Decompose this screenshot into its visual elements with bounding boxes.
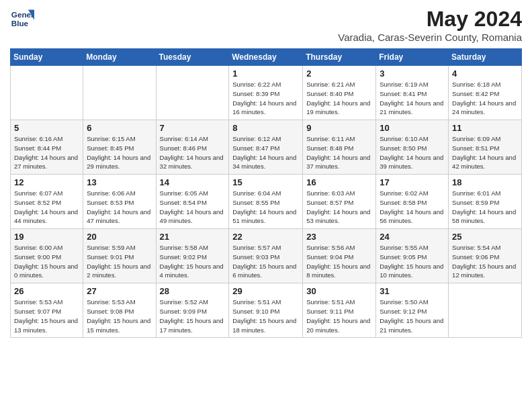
logo-icon: General Blue xyxy=(10,7,34,31)
day-number: 31 xyxy=(380,286,445,296)
day-cell: 5Sunrise: 6:16 AM Sunset: 8:44 PM Daylig… xyxy=(11,120,83,175)
day-number: 12 xyxy=(14,177,79,187)
week-row-4: 19Sunrise: 6:00 AM Sunset: 9:00 PM Dayli… xyxy=(11,229,522,283)
day-info: Sunrise: 6:05 AM Sunset: 8:54 PM Dayligh… xyxy=(160,189,226,226)
day-cell: 25Sunrise: 5:54 AM Sunset: 9:06 PM Dayli… xyxy=(449,229,522,283)
day-info: Sunrise: 6:00 AM Sunset: 9:00 PM Dayligh… xyxy=(14,243,79,280)
day-cell xyxy=(11,66,83,120)
day-number: 17 xyxy=(380,177,445,187)
day-cell: 8Sunrise: 6:12 AM Sunset: 8:47 PM Daylig… xyxy=(229,120,303,175)
day-info: Sunrise: 6:11 AM Sunset: 8:48 PM Dayligh… xyxy=(306,134,372,171)
day-number: 10 xyxy=(380,123,445,133)
day-info: Sunrise: 6:14 AM Sunset: 8:46 PM Dayligh… xyxy=(160,134,226,171)
day-info: Sunrise: 6:10 AM Sunset: 8:50 PM Dayligh… xyxy=(380,134,445,171)
weekday-header-friday: Friday xyxy=(376,49,449,66)
day-cell: 17Sunrise: 6:02 AM Sunset: 8:58 PM Dayli… xyxy=(376,175,449,229)
day-info: Sunrise: 5:50 AM Sunset: 9:12 PM Dayligh… xyxy=(380,298,445,334)
day-cell: 18Sunrise: 6:01 AM Sunset: 8:59 PM Dayli… xyxy=(449,175,522,229)
day-info: Sunrise: 6:21 AM Sunset: 8:40 PM Dayligh… xyxy=(306,80,372,117)
day-info: Sunrise: 6:16 AM Sunset: 8:44 PM Dayligh… xyxy=(14,134,79,171)
weekday-header-row: SundayMondayTuesdayWednesdayThursdayFrid… xyxy=(11,49,522,66)
sub-title: Varadia, Caras-Severin County, Romania xyxy=(338,32,522,43)
day-number: 20 xyxy=(87,232,152,242)
day-cell: 19Sunrise: 6:00 AM Sunset: 9:00 PM Dayli… xyxy=(11,229,83,283)
day-number: 19 xyxy=(14,232,79,242)
day-cell: 20Sunrise: 5:59 AM Sunset: 9:01 PM Dayli… xyxy=(83,229,156,283)
day-info: Sunrise: 5:56 AM Sunset: 9:04 PM Dayligh… xyxy=(306,243,372,280)
day-cell: 13Sunrise: 6:06 AM Sunset: 8:53 PM Dayli… xyxy=(83,175,156,229)
day-number: 16 xyxy=(306,177,372,187)
day-cell: 9Sunrise: 6:11 AM Sunset: 8:48 PM Daylig… xyxy=(303,120,376,175)
day-cell: 2Sunrise: 6:21 AM Sunset: 8:40 PM Daylig… xyxy=(303,66,376,120)
day-number: 30 xyxy=(306,286,372,296)
day-info: Sunrise: 5:55 AM Sunset: 9:05 PM Dayligh… xyxy=(380,243,445,280)
week-row-3: 12Sunrise: 6:07 AM Sunset: 8:52 PM Dayli… xyxy=(11,175,522,229)
day-info: Sunrise: 6:12 AM Sunset: 8:47 PM Dayligh… xyxy=(232,134,299,171)
day-cell: 7Sunrise: 6:14 AM Sunset: 8:46 PM Daylig… xyxy=(156,120,229,175)
day-cell: 6Sunrise: 6:15 AM Sunset: 8:45 PM Daylig… xyxy=(83,120,156,175)
day-info: Sunrise: 6:09 AM Sunset: 8:51 PM Dayligh… xyxy=(452,134,518,171)
weekday-header-tuesday: Tuesday xyxy=(156,49,229,66)
day-cell: 4Sunrise: 6:18 AM Sunset: 8:42 PM Daylig… xyxy=(449,66,522,120)
day-cell: 22Sunrise: 5:57 AM Sunset: 9:03 PM Dayli… xyxy=(229,229,303,283)
day-cell: 10Sunrise: 6:10 AM Sunset: 8:50 PM Dayli… xyxy=(376,120,449,175)
day-info: Sunrise: 6:15 AM Sunset: 8:45 PM Dayligh… xyxy=(87,134,152,171)
day-info: Sunrise: 6:04 AM Sunset: 8:55 PM Dayligh… xyxy=(232,189,299,226)
day-info: Sunrise: 5:53 AM Sunset: 9:08 PM Dayligh… xyxy=(87,298,152,334)
day-number: 29 xyxy=(232,286,299,296)
day-cell: 11Sunrise: 6:09 AM Sunset: 8:51 PM Dayli… xyxy=(449,120,522,175)
day-number: 26 xyxy=(14,286,79,296)
day-cell: 27Sunrise: 5:53 AM Sunset: 9:08 PM Dayli… xyxy=(83,283,156,338)
day-info: Sunrise: 5:51 AM Sunset: 9:11 PM Dayligh… xyxy=(306,298,372,334)
day-cell: 16Sunrise: 6:03 AM Sunset: 8:57 PM Dayli… xyxy=(303,175,376,229)
day-number: 15 xyxy=(232,177,299,187)
day-cell: 21Sunrise: 5:58 AM Sunset: 9:02 PM Dayli… xyxy=(156,229,229,283)
day-number: 7 xyxy=(160,123,226,133)
day-number: 22 xyxy=(232,232,299,242)
week-row-1: 1Sunrise: 6:22 AM Sunset: 8:39 PM Daylig… xyxy=(11,66,522,120)
day-info: Sunrise: 5:52 AM Sunset: 9:09 PM Dayligh… xyxy=(160,298,226,334)
header: General Blue May 2024 Varadia, Caras-Sev… xyxy=(10,7,522,43)
day-cell: 15Sunrise: 6:04 AM Sunset: 8:55 PM Dayli… xyxy=(229,175,303,229)
day-number: 2 xyxy=(306,68,372,79)
day-info: Sunrise: 5:58 AM Sunset: 9:02 PM Dayligh… xyxy=(160,243,226,280)
day-number: 5 xyxy=(14,123,79,133)
day-info: Sunrise: 5:59 AM Sunset: 9:01 PM Dayligh… xyxy=(87,243,152,280)
day-cell: 3Sunrise: 6:19 AM Sunset: 8:41 PM Daylig… xyxy=(376,66,449,120)
day-number: 4 xyxy=(452,68,518,79)
calendar-table: SundayMondayTuesdayWednesdayThursdayFrid… xyxy=(10,48,522,338)
day-number: 9 xyxy=(306,123,372,133)
day-cell: 1Sunrise: 6:22 AM Sunset: 8:39 PM Daylig… xyxy=(229,66,303,120)
day-info: Sunrise: 6:02 AM Sunset: 8:58 PM Dayligh… xyxy=(380,189,445,226)
day-cell: 23Sunrise: 5:56 AM Sunset: 9:04 PM Dayli… xyxy=(303,229,376,283)
day-info: Sunrise: 5:57 AM Sunset: 9:03 PM Dayligh… xyxy=(232,243,299,280)
weekday-header-saturday: Saturday xyxy=(449,49,522,66)
day-number: 23 xyxy=(306,232,372,242)
day-number: 3 xyxy=(380,68,445,79)
logo: General Blue xyxy=(10,7,37,31)
week-row-2: 5Sunrise: 6:16 AM Sunset: 8:44 PM Daylig… xyxy=(11,120,522,175)
day-number: 28 xyxy=(160,286,226,296)
day-cell: 28Sunrise: 5:52 AM Sunset: 9:09 PM Dayli… xyxy=(156,283,229,338)
day-number: 8 xyxy=(232,123,299,133)
weekday-header-sunday: Sunday xyxy=(11,49,83,66)
day-info: Sunrise: 5:53 AM Sunset: 9:07 PM Dayligh… xyxy=(14,298,79,334)
day-cell: 30Sunrise: 5:51 AM Sunset: 9:11 PM Dayli… xyxy=(303,283,376,338)
day-cell: 26Sunrise: 5:53 AM Sunset: 9:07 PM Dayli… xyxy=(11,283,83,338)
day-number: 18 xyxy=(452,177,518,187)
day-info: Sunrise: 5:54 AM Sunset: 9:06 PM Dayligh… xyxy=(452,243,518,280)
weekday-header-thursday: Thursday xyxy=(303,49,376,66)
day-cell: 29Sunrise: 5:51 AM Sunset: 9:10 PM Dayli… xyxy=(229,283,303,338)
svg-text:Blue: Blue xyxy=(11,19,29,28)
day-info: Sunrise: 6:07 AM Sunset: 8:52 PM Dayligh… xyxy=(14,189,79,226)
day-cell: 14Sunrise: 6:05 AM Sunset: 8:54 PM Dayli… xyxy=(156,175,229,229)
week-row-5: 26Sunrise: 5:53 AM Sunset: 9:07 PM Dayli… xyxy=(11,283,522,338)
day-number: 24 xyxy=(380,232,445,242)
day-number: 6 xyxy=(87,123,152,133)
day-number: 13 xyxy=(87,177,152,187)
day-info: Sunrise: 6:03 AM Sunset: 8:57 PM Dayligh… xyxy=(306,189,372,226)
day-cell: 31Sunrise: 5:50 AM Sunset: 9:12 PM Dayli… xyxy=(376,283,449,338)
day-number: 1 xyxy=(232,68,299,79)
day-info: Sunrise: 6:22 AM Sunset: 8:39 PM Dayligh… xyxy=(232,80,299,117)
page: General Blue May 2024 Varadia, Caras-Sev… xyxy=(0,0,532,411)
